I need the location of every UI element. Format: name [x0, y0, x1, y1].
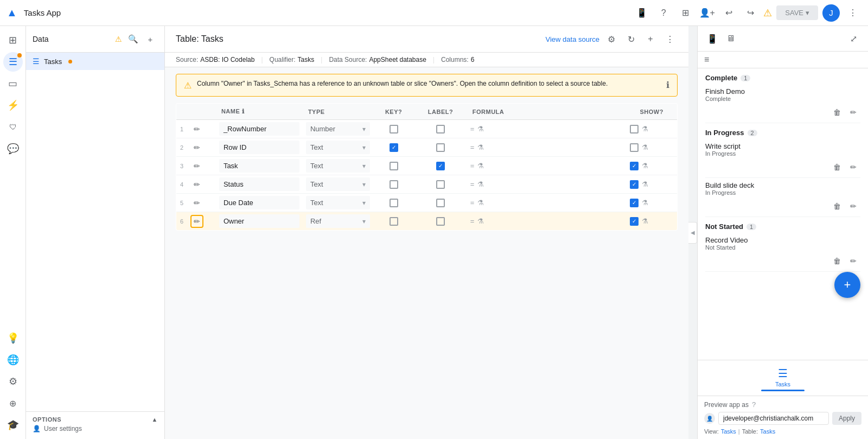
- field-name-input[interactable]: Due Date: [219, 196, 299, 209]
- field-name-input[interactable]: Row ID: [219, 141, 299, 154]
- formula-flask-icon: ⚗: [477, 180, 484, 188]
- help-icon[interactable]: ?: [655, 4, 672, 22]
- table-row: 1✏_RowNumberNumber▾=⚗⚗: [176, 120, 678, 138]
- view-source-link[interactable]: View data source: [546, 35, 600, 43]
- formula-container: =⚗: [470, 125, 623, 133]
- filter-icon[interactable]: ⚙: [604, 31, 619, 47]
- edit-task-button[interactable]: ✏: [846, 105, 860, 119]
- label-checkbox[interactable]: [417, 143, 464, 152]
- edit-button[interactable]: ✏: [190, 160, 203, 173]
- key-checkbox[interactable]: [376, 180, 411, 189]
- show-checkbox[interactable]: ✓: [630, 180, 639, 189]
- formula-eq-sign: =: [470, 199, 475, 207]
- formula-eq-sign: =: [470, 217, 475, 225]
- edit-button[interactable]: ✏: [190, 123, 203, 136]
- label-checkbox[interactable]: ✓: [417, 162, 464, 170]
- phone-view-icon[interactable]: 📱: [704, 30, 720, 47]
- formula-eq-sign: =: [470, 125, 475, 133]
- field-name-input[interactable]: Task: [219, 159, 299, 173]
- field-name-input[interactable]: Owner: [219, 214, 299, 228]
- preview-help-icon[interactable]: ?: [752, 400, 756, 409]
- edit-button[interactable]: ✏: [190, 178, 203, 191]
- field-name-input[interactable]: _RowNumber: [219, 122, 299, 136]
- redo-icon[interactable]: ↪: [742, 4, 759, 22]
- save-button[interactable]: SAVE ▾: [776, 5, 818, 20]
- checked-checkbox: ✓: [436, 162, 445, 170]
- fab-add-button[interactable]: +: [834, 272, 860, 298]
- edit-task-button[interactable]: ✏: [846, 160, 860, 174]
- desktop-view-icon[interactable]: 🖥: [723, 30, 739, 47]
- data-add-icon[interactable]: +: [143, 31, 158, 47]
- grid-view-icon[interactable]: ⊞: [676, 4, 694, 22]
- key-checkbox[interactable]: [376, 125, 411, 133]
- key-checkbox[interactable]: [376, 217, 411, 226]
- user-settings-item[interactable]: 👤 User settings: [33, 423, 158, 435]
- type-select[interactable]: Number▾: [306, 122, 370, 136]
- edit-button[interactable]: ✏: [190, 141, 203, 154]
- add-column-icon[interactable]: +: [643, 31, 658, 47]
- delete-task-button[interactable]: 🗑: [830, 254, 844, 268]
- type-select[interactable]: Ref▾: [306, 214, 370, 228]
- key-checkbox[interactable]: [376, 162, 411, 170]
- label-checkbox[interactable]: [417, 125, 464, 133]
- undo-icon[interactable]: ↩: [720, 4, 737, 22]
- more-options-icon[interactable]: ⋮: [844, 4, 861, 22]
- refresh-icon[interactable]: ↻: [623, 31, 639, 47]
- delete-task-button[interactable]: 🗑: [830, 105, 844, 119]
- sidebar-icon-table[interactable]: ☰: [3, 52, 23, 72]
- show-checkbox[interactable]: ✓: [630, 162, 639, 170]
- show-checkbox[interactable]: [630, 125, 639, 133]
- show-checkbox[interactable]: ✓: [630, 199, 639, 207]
- expand-preview-icon[interactable]: ⤢: [845, 30, 861, 47]
- sidebar-icon-globe[interactable]: 🌐: [3, 350, 23, 370]
- sidebar-icon-graduation[interactable]: 🎓: [3, 415, 23, 435]
- content-actions: View data source ⚙ ↻ + ⋮: [546, 31, 678, 47]
- tasks-nav-item[interactable]: ☰ Tasks: [755, 365, 811, 393]
- type-select[interactable]: Text▾: [306, 177, 370, 191]
- view-link[interactable]: Tasks: [721, 428, 736, 435]
- sidebar-icon-settings[interactable]: ⚙: [3, 372, 23, 391]
- label-cell: ✓: [414, 157, 467, 175]
- formula-cell: =⚗: [467, 138, 627, 157]
- sidebar-icon-automation[interactable]: ⚡: [3, 96, 23, 115]
- add-user-icon[interactable]: 👤+: [698, 4, 716, 22]
- sidebar-icon-integration[interactable]: ⊕: [3, 393, 23, 413]
- label-checkbox[interactable]: [417, 199, 464, 207]
- type-select[interactable]: Text▾: [306, 196, 370, 209]
- sidebar-icon-bulb[interactable]: 💡: [3, 328, 23, 348]
- table-link[interactable]: Tasks: [760, 428, 775, 435]
- delete-task-button[interactable]: 🗑: [830, 199, 844, 213]
- collapse-handle[interactable]: ◀: [688, 222, 697, 244]
- edit-button[interactable]: ✏: [190, 215, 203, 228]
- sidebar-icon-grid[interactable]: ⊞: [3, 30, 23, 50]
- type-select[interactable]: Text▾: [306, 141, 370, 154]
- type-select[interactable]: Text▾: [306, 159, 370, 173]
- more-menu-icon[interactable]: ⋮: [662, 31, 678, 47]
- avatar[interactable]: J: [822, 4, 840, 22]
- edit-button[interactable]: ✏: [190, 196, 203, 209]
- preview-email-input[interactable]: [718, 412, 829, 425]
- data-panel-item-tasks[interactable]: ☰ Tasks: [26, 53, 164, 70]
- data-search-icon[interactable]: 🔍: [125, 31, 141, 47]
- delete-task-button[interactable]: 🗑: [830, 160, 844, 174]
- key-checkbox[interactable]: [376, 199, 411, 207]
- sidebar-icon-chat[interactable]: 💬: [3, 139, 23, 158]
- edit-task-button[interactable]: ✏: [846, 199, 860, 213]
- show-checkbox[interactable]: [630, 143, 639, 152]
- sidebar-icon-security[interactable]: 🛡: [3, 117, 23, 137]
- columns-value: 6: [471, 56, 475, 63]
- col-name-header: NAME ℹ: [216, 104, 303, 120]
- info-icon[interactable]: ℹ: [666, 80, 669, 90]
- sidebar-icon-layout[interactable]: ▭: [3, 74, 23, 93]
- label-checkbox[interactable]: [417, 180, 464, 189]
- key-checkbox[interactable]: ✓: [376, 143, 411, 152]
- field-name-input[interactable]: Status: [219, 177, 299, 191]
- apply-button[interactable]: Apply: [832, 412, 861, 425]
- options-section: OPTIONS ▲ 👤 User settings: [26, 411, 164, 439]
- show-checkbox[interactable]: ✓: [630, 217, 639, 226]
- task-status: Complete: [705, 96, 860, 102]
- phone-preview-icon[interactable]: 📱: [633, 4, 650, 22]
- edit-task-button[interactable]: ✏: [846, 254, 860, 268]
- table-container: NAME ℹ TYPE KEY? LABEL? FORMULA SHOW? 1✏…: [165, 97, 688, 439]
- label-checkbox[interactable]: [417, 217, 464, 226]
